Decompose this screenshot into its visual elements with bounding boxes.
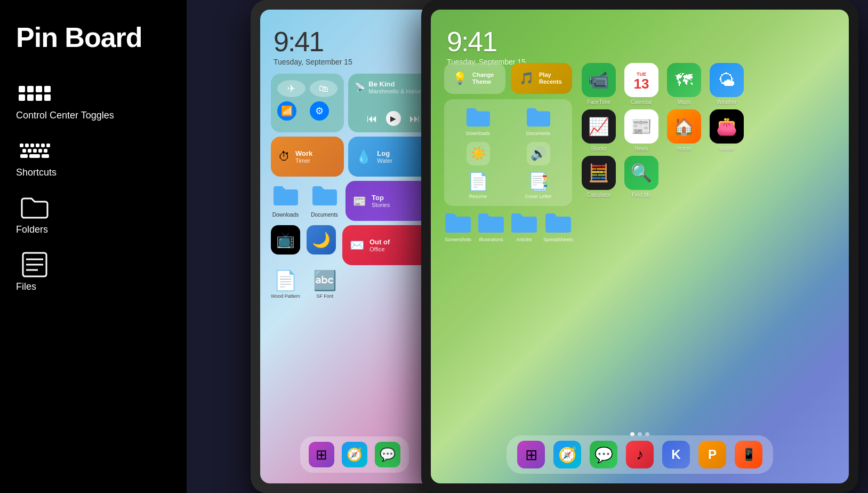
sf-font-item[interactable]: 🔤 SF Font: [313, 269, 337, 299]
findmy-app[interactable]: 🔍 Find My: [623, 156, 660, 198]
maps-icon: 🗺: [667, 63, 701, 97]
fg-resume[interactable]: 📄 Resume: [449, 170, 507, 201]
fg-downloads[interactable]: Downloads: [449, 105, 507, 137]
cover-letter-icon: 📑: [528, 171, 549, 192]
wallet-icon: 👛: [710, 109, 744, 144]
wood-pattern-icon: 📄: [274, 269, 298, 292]
prev-btn[interactable]: ⏮: [367, 113, 377, 125]
main-content: 9:41 Tuesday, September 15 ✈ 🛍 📶 ⚙: [187, 0, 868, 493]
front-dock-messages[interactable]: 💬: [590, 441, 617, 468]
front-dock: ⊞ 🧭 💬 ♪ K P 📱: [507, 435, 773, 474]
app-title: Pin Board: [16, 21, 171, 53]
calendar-app[interactable]: TUE 13 Calendar: [623, 63, 660, 105]
screenshot-folders: Screenshots Illustrations: [444, 211, 572, 242]
shortcuts-icon: [16, 137, 53, 164]
weather-app[interactable]: 🌤 Weather: [708, 63, 745, 105]
fg-resume-label: Resume: [469, 194, 487, 199]
music-info: Be Kind Marshmello & Halsey: [368, 80, 424, 94]
calendar-label: Calendar: [631, 99, 653, 105]
front-dock-music[interactable]: ♪: [626, 441, 654, 468]
home-app[interactable]: 🏠 Home: [665, 109, 703, 152]
sidebar-item-folders[interactable]: Folders: [16, 194, 171, 235]
sidebar-item-shortcuts[interactable]: Shortcuts: [16, 137, 171, 178]
maps-label: Maps: [678, 99, 690, 105]
downloads-folder[interactable]: Downloads: [271, 181, 300, 221]
log-water-icon: 💧: [356, 149, 372, 164]
connect-btn[interactable]: ⚙: [310, 101, 329, 121]
articles-folder[interactable]: Articles: [510, 211, 538, 242]
maps-app[interactable]: 🗺 Maps: [665, 63, 703, 105]
documents-icon: [310, 181, 339, 210]
front-dock-launchpad[interactable]: ⊞: [517, 441, 545, 468]
back-dock-launchpad[interactable]: ⊞: [309, 442, 334, 467]
tv-icon: 📺: [271, 225, 300, 255]
play-recents-widget[interactable]: 🎵 Play Recents: [511, 63, 572, 94]
front-dock-extra[interactable]: 📱: [735, 441, 762, 468]
documents-folder[interactable]: Documents: [310, 181, 339, 221]
widget-row-1: ✈ 🛍 📶 ⚙ 📡 Be Kind Marshmello &: [271, 74, 438, 132]
back-dock: ⊞ 🧭 💬: [300, 436, 409, 473]
illustrations-folder[interactable]: Illustrations: [477, 211, 505, 242]
folder-grid-widget: Downloads Documents: [444, 99, 572, 206]
wood-pattern-item[interactable]: 📄 Wood Pattern: [271, 269, 300, 299]
news-app[interactable]: 📰 News: [623, 109, 660, 152]
change-theme-widget[interactable]: 💡 Change Theme: [444, 63, 505, 94]
fg-downloads-label: Downloads: [466, 131, 490, 136]
fg-volume[interactable]: 🔊: [510, 140, 567, 166]
play-btn[interactable]: ▶: [386, 111, 401, 126]
facetime-app[interactable]: 📹 FaceTime: [580, 63, 617, 105]
downloads-label: Downloads: [272, 212, 299, 218]
wifi-btn[interactable]: 📶: [277, 101, 296, 121]
fg-documents-label: Documents: [526, 131, 551, 136]
office-label: Office: [369, 246, 390, 252]
fg-brightness[interactable]: ☀️: [449, 140, 507, 166]
change-theme-label: Change Theme: [472, 71, 497, 85]
calculator-icon: 🧮: [582, 156, 616, 190]
wallet-label: Wallet: [719, 146, 734, 152]
tv-app[interactable]: 📺: [271, 225, 300, 265]
fg-documents[interactable]: Documents: [510, 105, 567, 137]
music-wifi-icon: 📡: [355, 82, 365, 92]
brightness-icon: ☀️: [467, 142, 490, 165]
back-dock-messages[interactable]: 💬: [375, 442, 400, 467]
music-controls: ⏮ ▶ ⏭: [355, 111, 432, 126]
fg-cover-letter[interactable]: 📑 Cover Letter: [510, 170, 567, 201]
widget-row-2: ⏱ Work Timer 💧 Log Water: [271, 137, 438, 177]
theme-pair: 💡 Change Theme 🎵 Play Recents: [444, 63, 572, 94]
front-right-section: 📹 FaceTime TUE 13 Calendar: [580, 63, 745, 438]
work-label: Work: [295, 149, 312, 157]
log-label: Log: [377, 149, 392, 157]
sidebar-item-label: Folders: [16, 224, 48, 235]
stocks-app[interactable]: 📈 Stocks: [580, 109, 617, 152]
play-recents-icon: 🎵: [519, 71, 534, 85]
wallet-app[interactable]: 👛 Wallet: [708, 109, 745, 152]
calculator-app[interactable]: 🧮 Calculator: [580, 156, 617, 198]
front-clock-area: 9:41 Tuesday, September 15: [447, 26, 526, 66]
shop-btn[interactable]: 🛍: [310, 80, 338, 97]
work-timer-widget[interactable]: ⏱ Work Timer: [271, 137, 344, 177]
music-top: 📡 Be Kind Marshmello & Halsey: [355, 80, 432, 94]
fg-cover-letter-label: Cover Letter: [525, 194, 552, 199]
back-time: 9:41: [274, 26, 352, 58]
sidebar-item-control-center[interactable]: Control Center Toggles: [16, 80, 171, 121]
play-recents-label: Play Recents: [539, 71, 564, 85]
sidebar-item-label: Control Center Toggles: [16, 110, 114, 121]
top-stories-text: Top Stories: [372, 194, 390, 208]
spreadsheets-folder[interactable]: Spreadsheets: [543, 211, 573, 242]
sidebar-item-label: Files: [16, 281, 36, 292]
front-dock-safari[interactable]: 🧭: [553, 441, 581, 468]
stocks-icon: 📈: [582, 109, 616, 144]
airplane-btn[interactable]: ✈: [277, 80, 306, 97]
sidebar-item-files[interactable]: Files: [16, 251, 171, 292]
screenshots-folder[interactable]: Screenshots: [444, 211, 472, 242]
front-app-area: 💡 Change Theme 🎵 Play Recents: [444, 63, 835, 438]
devices-container: 9:41 Tuesday, September 15 ✈ 🛍 📶 ⚙: [187, 0, 868, 493]
next-btn[interactable]: ⏭: [409, 113, 420, 125]
water-label: Water: [377, 157, 392, 164]
articles-label: Articles: [516, 237, 532, 242]
back-dock-safari[interactable]: 🧭: [342, 442, 367, 467]
work-timer-text: Work Timer: [295, 149, 312, 164]
front-dock-pages[interactable]: P: [698, 441, 726, 468]
front-dock-keynote[interactable]: K: [662, 441, 690, 468]
moon-app[interactable]: 🌙: [307, 225, 336, 265]
